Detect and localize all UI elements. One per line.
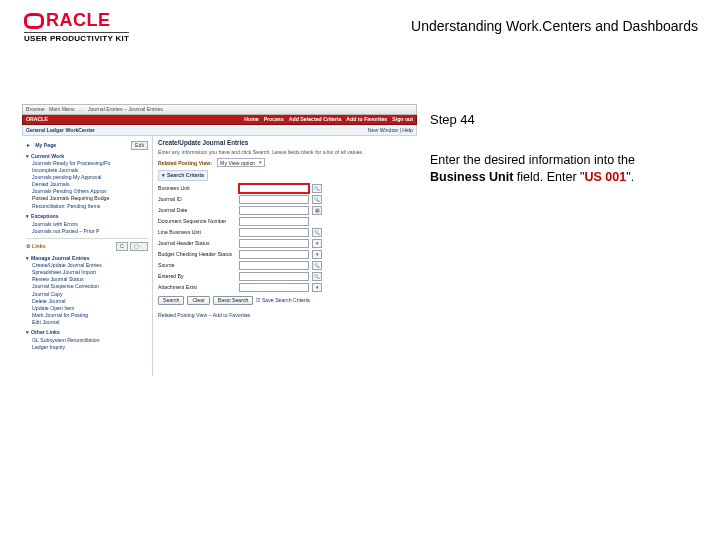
lookup-icon[interactable]: 🔍 [312,272,322,281]
basic-search-button[interactable]: Basic Search [213,296,254,306]
source-input[interactable] [239,261,309,270]
sidebar-item[interactable]: Delete Journal [32,298,148,305]
view-label: Related Posting View: [158,160,212,167]
sidebar-item[interactable]: Spreadsheet Journal Import [32,269,148,276]
my-page-label: My Page [35,142,56,149]
flag-icon: ► [26,142,31,149]
button-row: Search Clear Basic Search ☑ Save Search … [158,296,412,306]
crumb: Main Menu [49,106,75,113]
instr-mid: field. Enter " [513,170,584,184]
sidebar-item[interactable]: Mark Journal for Posting [32,312,148,319]
instr-code: US 001 [585,170,627,184]
section-header-links[interactable]: ⚙ Links C ▢← [26,242,148,251]
sidebar-item[interactable]: Journal Copy [32,291,148,298]
sidebar-item[interactable]: Posted Journals Requiring Budge [32,195,148,202]
view-select[interactable]: My View option ▾ [217,158,265,167]
edit-button[interactable]: Edit [131,141,148,150]
sidebar-section: ⚙ Links C ▢← [26,242,148,251]
clear-button[interactable]: Clear [187,296,209,306]
field-label: Budget Checking Header Status [158,251,236,258]
app-header: ORACLE Home Process Add Selected Criteri… [22,115,417,125]
nav-link[interactable]: Add to Favorites [346,116,387,123]
field-label: Document Sequence Number [158,218,236,225]
nav-link[interactable]: Home [244,116,258,123]
sidebar-item[interactable]: Update Open Item [32,305,148,312]
sidebar-item[interactable]: Edit Journal [32,319,148,326]
workcenter-title: General Ledger WorkCenter [26,127,95,134]
jh-status-input[interactable] [239,239,309,248]
page: RACLE USER PRODUCTIVITY KIT Understandin… [0,0,720,540]
nav-link[interactable]: Add Selected Criteria [289,116,341,123]
sidebar-item[interactable]: Journals Ready for Processing/Po [32,160,148,167]
oracle-logo: RACLE [24,10,129,31]
field-label: Journal Date [158,207,236,214]
sidebar-item[interactable]: Reconciliation: Pending Items [32,203,148,210]
expand-pill[interactable]: ▢← [130,242,148,251]
lookup-icon[interactable]: 🔍 [312,184,322,193]
section-header[interactable]: ▾Exceptions [26,213,148,220]
workcenter-band: General Ledger WorkCenter New Window | H… [22,125,417,136]
business-unit-input[interactable] [239,184,309,193]
search-button[interactable]: Search [158,296,184,306]
c-pill[interactable]: C [116,242,128,251]
search-criteria-header[interactable]: ▾Search Criteria [158,170,208,181]
chevron-down-icon[interactable]: ▾ [312,283,322,292]
sidebar-item[interactable]: Denied Journals [32,181,148,188]
nav-link[interactable]: Sign out [392,116,413,123]
oracle-o-icon [24,13,44,29]
browser-breadcrumb: Browser Main Menu … Journal Entries – Jo… [22,104,417,115]
lookup-icon[interactable]: 🔍 [312,261,322,270]
sidebar-section: ▾Other Links GL Subsystem Reconciliation… [26,329,148,350]
field-label: Attachment Exist [158,284,236,291]
instruction-text: Enter the desired information into the B… [430,152,690,186]
footer-note: Related Posting View – Add to Favorites [158,312,412,319]
budget-status-input[interactable] [239,250,309,259]
line-bu-input[interactable] [239,228,309,237]
journal-date-input[interactable] [239,206,309,215]
save-search-link[interactable]: ☑ Save Search Criteria [256,297,309,304]
oracle-word: RACLE [46,10,111,31]
sidebar-item[interactable]: Create/Update Journal Entries [32,262,148,269]
section-header[interactable]: ▾Other Links [26,329,148,336]
sidebar-section: ▾Current Work Journals Ready for Process… [26,153,148,210]
sidebar-item[interactable]: Review Journal Status [32,276,148,283]
sidebar-item[interactable]: Journals with Errors [32,221,148,228]
doc-seq-input[interactable] [239,217,309,226]
nav-link[interactable]: Process [264,116,284,123]
sidebar-item[interactable]: Incomplete Journals [32,167,148,174]
lookup-icon[interactable]: 🔍 [312,195,322,204]
journal-id-input[interactable] [239,195,309,204]
field-label: Business Unit [158,185,236,192]
chevron-down-icon[interactable]: ▾ [312,250,322,259]
entered-by-input[interactable] [239,272,309,281]
calendar-icon[interactable]: ▦ [312,206,322,215]
crumb: … [79,106,84,113]
field-label: Entered By [158,273,236,280]
sidebar-item[interactable]: Journal Suspense Correction [32,283,148,290]
section-header[interactable]: ▾Manage Journal Entries [26,255,148,262]
view-row: Related Posting View: My View option ▾ [158,158,412,167]
sidebar-item[interactable]: Journals pending My Approval [32,174,148,181]
triangle-down-icon: ▾ [162,172,165,178]
my-page[interactable]: ► My Page Edit [26,141,148,150]
sidebar-item[interactable]: GL Subsystem Reconciliation [32,337,148,344]
sidebar-section: ▾Exceptions Journals with Errors Journal… [26,213,148,234]
instr-pre: Enter the desired information into the [430,153,635,167]
chevron-down-icon[interactable]: ▾ [312,239,322,248]
main-panel: Create/Update Journal Entries Enter any … [153,136,417,376]
sidebar-item[interactable]: Journals not Posted – Prior P [32,228,148,235]
sidebar-item[interactable]: Journals Pending Others Approv [32,188,148,195]
crumb: Journal Entries – Journal Entries [88,106,163,113]
section-header[interactable]: ▾Current Work [26,153,148,160]
crumb: Browser [26,106,45,113]
step-label: Step 44 [430,112,475,127]
instr-post: ". [626,170,634,184]
lookup-icon[interactable]: 🔍 [312,228,322,237]
attach-exist-input[interactable] [239,283,309,292]
sidebar: ► My Page Edit ▾Current Work Journals Re… [22,136,153,376]
sidebar-item[interactable]: Ledger Inquiry [32,344,148,351]
window-links[interactable]: New Window | Help [368,127,413,134]
gear-icon: ⚙ [26,243,30,250]
embedded-screenshot: Browser Main Menu … Journal Entries – Jo… [22,104,417,384]
chevron-down-icon: ▾ [259,160,262,166]
